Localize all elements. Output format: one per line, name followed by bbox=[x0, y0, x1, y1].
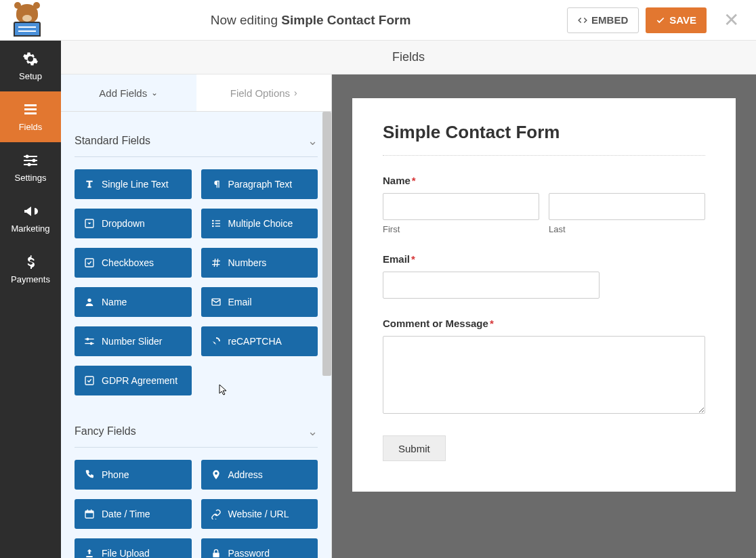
list-ul-icon bbox=[211, 218, 222, 229]
rail-label: Fields bbox=[19, 122, 43, 132]
paragraph-icon bbox=[211, 179, 222, 190]
embed-button[interactable]: EMBED bbox=[567, 7, 639, 33]
last-sublabel: Last bbox=[549, 224, 705, 234]
svg-point-6 bbox=[26, 155, 29, 158]
column-header: Fields bbox=[61, 41, 756, 74]
form-title: Simple Contact Form bbox=[383, 122, 705, 156]
submit-button[interactable]: Submit bbox=[383, 435, 446, 461]
comment-textarea[interactable] bbox=[383, 336, 705, 414]
rail-label: Payments bbox=[11, 274, 50, 284]
link-icon bbox=[211, 509, 222, 519]
top-bar: Now editing Simple Contact Form EMBED SA… bbox=[0, 0, 756, 41]
user-icon bbox=[84, 297, 95, 307]
list-icon bbox=[22, 102, 39, 118]
gear-icon bbox=[22, 51, 39, 67]
hash-icon bbox=[211, 257, 222, 268]
save-button[interactable]: SAVE bbox=[646, 7, 707, 33]
dollar-icon bbox=[22, 254, 39, 270]
first-sublabel: First bbox=[383, 224, 539, 234]
form-preview-area: Simple Contact Form Name* First Last Ema… bbox=[332, 74, 756, 558]
chevron-down-icon: ⌄ bbox=[308, 424, 318, 439]
comment-label: Comment or Message* bbox=[383, 318, 705, 329]
svg-point-10 bbox=[212, 220, 214, 222]
svg-point-21 bbox=[86, 338, 89, 341]
svg-rect-15 bbox=[215, 226, 219, 226]
envelope-icon bbox=[211, 297, 222, 307]
svg-rect-1 bbox=[24, 108, 37, 110]
code-icon bbox=[578, 16, 587, 25]
caret-down-box-icon bbox=[84, 218, 95, 229]
field-password[interactable]: Password bbox=[201, 538, 318, 558]
email-label: Email* bbox=[383, 253, 705, 265]
svg-rect-27 bbox=[91, 509, 91, 511]
tab-field-options[interactable]: Field Options › bbox=[196, 74, 332, 111]
sidebar-rail: SetupFieldsSettingsMarketingPayments bbox=[0, 41, 61, 558]
svg-point-17 bbox=[87, 299, 91, 302]
svg-rect-23 bbox=[85, 377, 93, 385]
rail-label: Marketing bbox=[11, 223, 49, 234]
rail-label: Settings bbox=[15, 173, 47, 183]
email-input[interactable] bbox=[383, 272, 600, 299]
calendar-icon bbox=[84, 509, 95, 519]
svg-rect-16 bbox=[85, 259, 93, 267]
fields-panel: Add Fields ⌄ Field Options › Standard Fi… bbox=[61, 74, 332, 558]
svg-point-11 bbox=[212, 223, 214, 225]
field-paragraph-text[interactable]: Paragraph Text bbox=[201, 169, 318, 199]
svg-rect-14 bbox=[215, 223, 219, 223]
rail-item-payments[interactable]: Payments bbox=[0, 244, 61, 295]
svg-rect-25 bbox=[85, 511, 93, 513]
close-icon[interactable]: ✕ bbox=[720, 9, 742, 31]
rail-label: Setup bbox=[19, 71, 42, 81]
svg-rect-2 bbox=[24, 112, 37, 114]
rail-item-settings[interactable]: Settings bbox=[0, 142, 61, 193]
section-header[interactable]: Standard Fields⌄ bbox=[75, 125, 318, 157]
first-name-input[interactable] bbox=[383, 193, 539, 220]
recaptcha-icon bbox=[211, 336, 222, 347]
bullhorn-icon bbox=[22, 203, 39, 219]
check-square-icon bbox=[84, 375, 95, 386]
sliders-icon bbox=[22, 152, 39, 169]
upload-icon bbox=[84, 548, 95, 558]
svg-point-8 bbox=[28, 163, 31, 167]
field-name[interactable]: Name bbox=[75, 287, 192, 317]
logo bbox=[7, 4, 47, 37]
field-checkboxes[interactable]: Checkboxes bbox=[75, 248, 192, 278]
form-canvas[interactable]: Simple Contact Form Name* First Last Ema… bbox=[352, 98, 736, 492]
svg-rect-13 bbox=[215, 220, 219, 221]
text-width-icon bbox=[84, 179, 95, 190]
svg-rect-26 bbox=[87, 509, 88, 511]
field-number-slider[interactable]: Number Slider bbox=[75, 326, 192, 356]
scrollbar[interactable] bbox=[322, 112, 331, 376]
field-address[interactable]: Address bbox=[201, 460, 318, 490]
field-phone[interactable]: Phone bbox=[75, 460, 192, 490]
field-file-upload[interactable]: File Upload bbox=[75, 538, 192, 558]
section-header[interactable]: Fancy Fields⌄ bbox=[75, 416, 318, 448]
phone-icon bbox=[84, 469, 95, 480]
map-marker-icon bbox=[211, 469, 222, 480]
field-email[interactable]: Email bbox=[201, 287, 318, 317]
rail-item-setup[interactable]: Setup bbox=[0, 41, 61, 91]
svg-rect-28 bbox=[213, 553, 219, 557]
chevron-down-icon: ⌄ bbox=[151, 88, 158, 98]
rail-item-fields[interactable]: Fields bbox=[0, 91, 61, 142]
field-gdpr-agreement[interactable]: GDPR Agreement bbox=[75, 366, 192, 395]
tab-add-fields[interactable]: Add Fields ⌄ bbox=[61, 74, 196, 111]
svg-rect-0 bbox=[24, 104, 37, 106]
field-multiple-choice[interactable]: Multiple Choice bbox=[201, 209, 318, 238]
chevron-right-icon: › bbox=[294, 87, 297, 98]
svg-rect-20 bbox=[85, 343, 93, 344]
check-square-icon bbox=[84, 257, 95, 268]
field-single-line-text[interactable]: Single Line Text bbox=[75, 169, 192, 199]
field-date-time[interactable]: Date / Time bbox=[75, 499, 192, 529]
name-label: Name* bbox=[383, 175, 705, 186]
svg-point-7 bbox=[33, 159, 36, 163]
svg-point-22 bbox=[90, 342, 93, 345]
last-name-input[interactable] bbox=[549, 193, 705, 220]
field-dropdown[interactable]: Dropdown bbox=[75, 209, 192, 238]
editing-title: Now editing Simple Contact Form bbox=[54, 13, 567, 28]
rail-item-marketing[interactable]: Marketing bbox=[0, 193, 61, 244]
field-numbers[interactable]: Numbers bbox=[201, 248, 318, 278]
field-recaptcha[interactable]: reCAPTCHA bbox=[201, 326, 318, 356]
field-website-url[interactable]: Website / URL bbox=[201, 499, 318, 529]
check-icon bbox=[656, 16, 665, 25]
